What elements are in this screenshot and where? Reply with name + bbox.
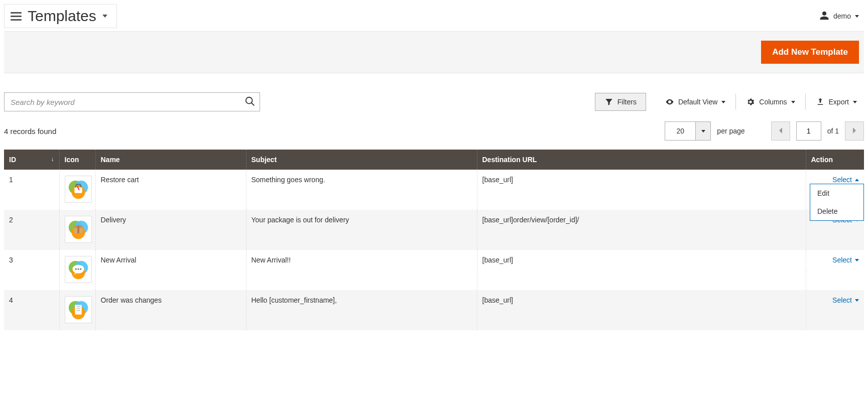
col-header-name[interactable]: Name (95, 150, 246, 170)
pagination: 20 per page of 1 (665, 121, 864, 141)
action-edit[interactable]: Edit (810, 184, 863, 202)
toolbar-group: Filters Default View Columns Export (595, 93, 864, 111)
cell-icon (59, 210, 95, 250)
export-icon (816, 97, 825, 106)
caret-down-icon (853, 101, 857, 103)
cell-name: New Arrival (95, 250, 246, 290)
col-header-action[interactable]: Action (806, 150, 864, 170)
table-row[interactable]: 3New ArrivalNew Arrival!![base_url]Selec… (4, 250, 864, 290)
receipt-icon (65, 296, 92, 323)
cell-destination-url: [base_url] (477, 250, 806, 290)
user-menu[interactable]: demo (819, 11, 864, 22)
default-view-label: Default View (678, 98, 717, 106)
chevron-right-icon (852, 127, 857, 136)
cell-id: 4 (4, 290, 59, 330)
cell-id: 2 (4, 210, 59, 250)
search-input[interactable] (4, 92, 260, 111)
table-row[interactable]: 1Restore cartSomething goes wrong.[base_… (4, 170, 864, 210)
chat-icon (65, 256, 92, 283)
col-header-id[interactable]: ID ↓ (4, 150, 59, 170)
table-row[interactable]: 4Order was changesHello [customer_firstn… (4, 290, 864, 330)
cell-action: Select (806, 290, 864, 330)
search-icon (244, 96, 256, 108)
col-header-subject[interactable]: Subject (246, 150, 477, 170)
cell-name: Delivery (95, 210, 246, 250)
cell-action: Select (806, 250, 864, 290)
per-page-dropdown-button[interactable] (695, 122, 710, 140)
funnel-icon (604, 97, 613, 106)
action-delete[interactable]: Delete (810, 202, 863, 220)
svg-line-16 (252, 102, 255, 105)
cell-action: SelectEditDelete (806, 170, 864, 210)
action-bar: Add New Template (4, 31, 864, 73)
col-header-destination-url[interactable]: Destination URL (477, 150, 806, 170)
filters-button[interactable]: Filters (595, 93, 646, 111)
action-select[interactable]: Select (832, 176, 859, 184)
title-caret-icon (102, 15, 107, 18)
table-row[interactable]: 2DeliveryYour package is out for deliver… (4, 210, 864, 250)
svg-point-15 (246, 97, 253, 103)
filters-label: Filters (617, 98, 637, 106)
cell-icon (59, 290, 95, 330)
columns-label: Columns (759, 98, 787, 106)
cell-destination-url: [base_url] (477, 170, 806, 210)
action-select[interactable]: Select (832, 296, 859, 304)
caret-up-icon (855, 179, 859, 181)
separator (735, 94, 736, 110)
caret-down-icon (721, 101, 725, 103)
cart-icon (65, 176, 92, 203)
per-page-label: per page (717, 127, 745, 135)
search-box (4, 92, 260, 111)
search-button[interactable] (242, 94, 258, 110)
records-found: 4 records found (4, 127, 56, 136)
package-icon (65, 216, 92, 243)
eye-icon (665, 97, 674, 106)
cell-id: 1 (4, 170, 59, 210)
cell-name: Restore cart (95, 170, 246, 210)
gear-icon (746, 97, 755, 106)
export-button[interactable]: Export (809, 93, 864, 110)
templates-table: ID ↓ Icon Name Subject Destination URL A… (4, 150, 864, 330)
page-title-group[interactable]: Templates (4, 4, 117, 28)
cell-destination-url: [base_url]order/view/[order_id]/ (477, 210, 806, 250)
caret-down-icon (855, 15, 859, 18)
caret-down-icon (701, 130, 705, 132)
cell-subject: Hello [customer_firstname], (246, 290, 477, 330)
separator (805, 94, 806, 110)
caret-down-icon (855, 259, 859, 261)
chevron-left-icon (778, 127, 783, 136)
cell-destination-url: [base_url] (477, 290, 806, 330)
add-new-template-button[interactable]: Add New Template (761, 41, 859, 64)
action-menu: EditDelete (810, 184, 864, 221)
cell-subject: Your package is out for delivery (246, 210, 477, 250)
columns-button[interactable]: Columns (739, 93, 802, 110)
cell-icon (59, 170, 95, 210)
default-view-button[interactable]: Default View (658, 93, 732, 110)
user-name: demo (833, 12, 851, 20)
page-prev-button[interactable] (771, 121, 790, 141)
caret-down-icon (791, 101, 795, 103)
page-title: Templates (28, 8, 96, 25)
user-icon (819, 11, 829, 22)
cell-subject: New Arrival!! (246, 250, 477, 290)
cell-name: Order was changes (95, 290, 246, 330)
cell-icon (59, 250, 95, 290)
page-of-total: of 1 (827, 127, 839, 135)
export-label: Export (829, 98, 849, 106)
page-next-button[interactable] (845, 121, 864, 141)
action-select[interactable]: Select (832, 256, 859, 264)
page-input[interactable] (796, 121, 821, 141)
caret-down-icon (855, 299, 859, 302)
per-page-select[interactable]: 20 (665, 121, 711, 141)
sort-arrow-icon: ↓ (51, 156, 54, 163)
menu-icon[interactable] (11, 12, 22, 21)
cell-id: 3 (4, 250, 59, 290)
per-page-value: 20 (665, 122, 695, 140)
cell-subject: Something goes wrong. (246, 170, 477, 210)
col-header-icon[interactable]: Icon (59, 150, 95, 170)
